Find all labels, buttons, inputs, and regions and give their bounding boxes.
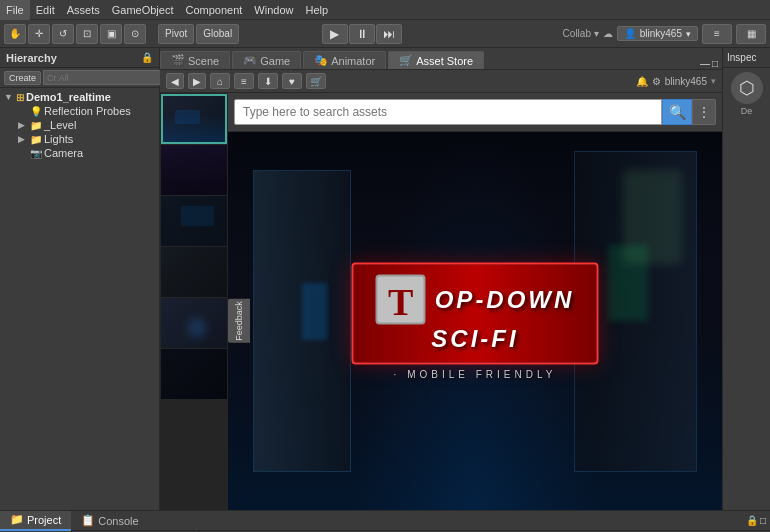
menu-assets[interactable]: Assets [61, 0, 106, 20]
menu-help[interactable]: Help [299, 0, 334, 20]
game-tab-icon: 🎮 [243, 54, 257, 67]
preview-bg: T OP-DOWN SCI-FI · MOBILE FRIENDLY [228, 132, 722, 510]
toolbar-btn-rotate[interactable]: ↺ [52, 24, 74, 44]
global-button[interactable]: Global [196, 24, 239, 44]
user-arrow: ▾ [711, 76, 716, 86]
reflection-label: Reflection Probes [44, 105, 131, 117]
hierarchy-item-lights[interactable]: ▶ 📁 Lights [0, 132, 159, 146]
feedback-tab[interactable]: Feedback [228, 299, 250, 343]
tab-max-btn[interactable]: □ [712, 58, 718, 69]
thumb-1[interactable] [161, 94, 227, 144]
root-label: Demo1_realtime [26, 91, 111, 103]
tab-animator[interactable]: 🎭 Animator [303, 51, 386, 69]
tab-project[interactable]: 📁 Project [0, 511, 71, 531]
create-btn[interactable]: Create [4, 71, 41, 85]
thumb-4[interactable] [161, 247, 227, 297]
cart-btn[interactable]: 🛒 [306, 73, 326, 89]
account-arrow: ▾ [686, 29, 691, 39]
user-badge[interactable]: blinky465 [665, 76, 707, 87]
banner-t-letter: T [376, 275, 426, 325]
inspector-header: Inspec [723, 48, 770, 68]
banner-title-text: OP-DOWN SCI-FI [431, 286, 574, 352]
menu-file[interactable]: File [0, 0, 30, 20]
search-input[interactable] [234, 99, 662, 125]
thumb-6[interactable] [161, 349, 227, 399]
lights-icon: 📁 [30, 134, 42, 145]
pivot-button[interactable]: Pivot [158, 24, 194, 44]
search-options-btn[interactable]: ⋮ [692, 99, 716, 125]
menu-edit[interactable]: Edit [30, 0, 61, 20]
account-name: blinky465 [640, 28, 682, 39]
project-tab-label: Project [27, 514, 61, 526]
list-btn[interactable]: ≡ [234, 73, 254, 89]
tab-console[interactable]: 📋 Console [71, 511, 148, 531]
project-tab-icon: 📁 [10, 513, 24, 526]
bottom-area: 📁 Project 📋 Console 🔒 □ Create ▾ 📁 Scene… [0, 510, 770, 532]
hierarchy-lock[interactable]: 🔒 [141, 52, 153, 63]
tab-scene[interactable]: 🎬 Scene [160, 51, 230, 69]
main-toolbar: ✋ ✛ ↺ ⊡ ▣ ⊙ Pivot Global ▶ ⏸ ⏭ Collab ▾ … [0, 20, 770, 48]
menu-window[interactable]: Window [248, 0, 299, 20]
hierarchy-item-reflection[interactable]: 💡 Reflection Probes [0, 104, 159, 118]
feedback-label: Feedback [228, 299, 250, 343]
scene-tab-label: Scene [188, 55, 219, 67]
game-tab-label: Game [260, 55, 290, 67]
root-icon: ⊞ [16, 92, 24, 103]
hierarchy-panel: Hierarchy 🔒 Create ▼ ⊞ Demo1_realtime 💡 … [0, 48, 160, 510]
bottom-lock-icon[interactable]: 🔒 [746, 515, 758, 526]
center-panel: 🎬 Scene 🎮 Game 🎭 Animator 🛒 Asset Store … [160, 48, 722, 510]
console-tab-label: Console [98, 515, 138, 527]
hierarchy-root[interactable]: ▼ ⊞ Demo1_realtime [0, 90, 159, 104]
toolbar-btn-scale[interactable]: ⊡ [76, 24, 98, 44]
notification-icon: 🔔 [636, 76, 648, 87]
hierarchy-title: Hierarchy [6, 52, 57, 64]
bottom-max-icon[interactable]: □ [760, 515, 766, 526]
home-btn[interactable]: ⌂ [210, 73, 230, 89]
camera-icon: 📷 [30, 148, 42, 159]
menu-component[interactable]: Component [179, 0, 248, 20]
toolbar-btn-hand[interactable]: ✋ [4, 24, 26, 44]
inspector-content: ⬡ De [723, 68, 770, 120]
scene-toolbar: ◀ ▶ ⌂ ≡ ⬇ ♥ 🛒 🔔 ⚙ blinky465 ▾ [160, 70, 722, 93]
heart-btn[interactable]: ♥ [282, 73, 302, 89]
banner-subtitle: · MOBILE FRIENDLY [352, 369, 599, 380]
thumbnail-strip [160, 93, 228, 510]
hierarchy-item-camera[interactable]: 📷 Camera [0, 146, 159, 160]
inspector-title: Inspec [727, 52, 756, 63]
play-button[interactable]: ▶ [322, 24, 348, 44]
scene-tabs: 🎬 Scene 🎮 Game 🎭 Animator 🛒 Asset Store … [160, 48, 722, 70]
search-bar: 🔍 ⋮ [228, 93, 722, 132]
scene-tab-icon: 🎬 [171, 54, 185, 67]
inspector-de-label: De [741, 106, 753, 116]
animator-tab-label: Animator [331, 55, 375, 67]
thumb-5[interactable] [161, 298, 227, 348]
thumb-2[interactable] [161, 145, 227, 195]
reflection-icon: 💡 [30, 106, 42, 117]
account-btn[interactable]: 👤 blinky465 ▾ [617, 26, 698, 41]
step-button[interactable]: ⏭ [376, 24, 402, 44]
download-btn[interactable]: ⬇ [258, 73, 278, 89]
search-button[interactable]: 🔍 [662, 99, 692, 125]
nav-back[interactable]: ◀ [166, 73, 184, 89]
nav-forward[interactable]: ▶ [188, 73, 206, 89]
hierarchy-search[interactable] [43, 70, 163, 85]
main-layout: Hierarchy 🔒 Create ▼ ⊞ Demo1_realtime 💡 … [0, 48, 770, 510]
pause-button[interactable]: ⏸ [349, 24, 375, 44]
toolbar-btn-transform[interactable]: ⊙ [124, 24, 146, 44]
hierarchy-item-level[interactable]: ▶ 📁 _Level [0, 118, 159, 132]
level-icon: 📁 [30, 120, 42, 131]
thumb-3[interactable] [161, 196, 227, 246]
asset-store-content: 🔍 ⋮ [160, 93, 722, 510]
tab-asset-store[interactable]: 🛒 Asset Store [388, 51, 484, 69]
layers-btn[interactable]: ≡ [702, 24, 732, 44]
tab-close-btn[interactable]: — [700, 58, 710, 69]
toolbar-btn-move[interactable]: ✛ [28, 24, 50, 44]
console-tab-icon: 📋 [81, 514, 95, 527]
lights-arrow: ▶ [18, 134, 28, 144]
cloud-label: ☁ [603, 28, 613, 39]
layout-btn[interactable]: ▦ [736, 24, 766, 44]
menu-gameobject[interactable]: GameObject [106, 0, 180, 20]
tab-game[interactable]: 🎮 Game [232, 51, 301, 69]
lights-label: Lights [44, 133, 73, 145]
toolbar-btn-rect[interactable]: ▣ [100, 24, 122, 44]
